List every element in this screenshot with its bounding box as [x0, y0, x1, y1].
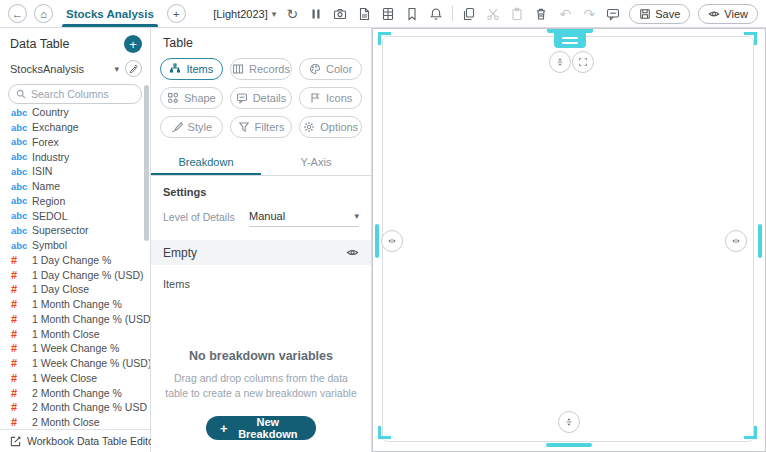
column-list-item[interactable]: abc ISIN — [0, 164, 150, 179]
settings-section-title: Settings — [151, 176, 371, 198]
column-list-item[interactable]: abc Region — [0, 194, 150, 209]
resize-vertical-button-top[interactable] — [549, 51, 571, 73]
pause-button[interactable] — [308, 6, 324, 22]
column-list-item[interactable]: # 1 Day Change % (USD) — [0, 267, 150, 282]
column-list-item[interactable]: abc Forex — [0, 135, 150, 150]
visibility-eye-icon[interactable] — [346, 246, 359, 259]
flag-icon — [309, 92, 321, 104]
breakdown-empty-section[interactable]: Empty — [151, 240, 371, 265]
plus-icon: + — [129, 37, 137, 52]
resize-vertical-button-bottom[interactable] — [558, 411, 580, 433]
column-list-item[interactable]: # 2 Month Change % USD — [0, 400, 150, 415]
selection-corner-bottom-left[interactable] — [378, 426, 391, 439]
add-data-table-button[interactable]: + — [124, 35, 142, 53]
column-type-icon: abc — [11, 210, 32, 221]
column-list-item[interactable]: # 1 Week Close — [0, 371, 150, 386]
column-list-item[interactable]: # 1 Day Close — [0, 282, 150, 297]
add-tab-button[interactable]: + — [167, 4, 186, 23]
funnel-icon — [238, 121, 250, 133]
selection-corner-top-right[interactable] — [744, 32, 757, 45]
trash-icon — [534, 7, 548, 21]
cut-button[interactable] — [485, 6, 501, 22]
level-of-details-select[interactable]: Manual ▾ — [249, 210, 359, 227]
widget-drag-handle[interactable] — [547, 29, 593, 48]
filters-button[interactable]: Filters — [230, 116, 293, 138]
column-list-item[interactable]: # 1 Month Change % — [0, 297, 150, 312]
column-list-item[interactable]: # 1 Day Change % — [0, 253, 150, 268]
save-button[interactable]: Save — [629, 4, 690, 24]
redo-button[interactable]: ↷ — [581, 6, 597, 22]
undo-button[interactable]: ↶ — [557, 6, 573, 22]
theme-selector[interactable]: [Light2023] ▾ — [213, 8, 276, 20]
column-list-item[interactable]: # 1 Month Close — [0, 326, 150, 341]
excel-export-button[interactable] — [380, 6, 396, 22]
clipboard-icon — [510, 7, 524, 21]
data-table-selector[interactable]: StocksAnalysis ▾ — [0, 57, 150, 79]
workbook-data-table-editor-button[interactable]: Workbook Data Table Editor — [0, 429, 150, 452]
filters-button-label: Filters — [255, 121, 285, 133]
column-list-item[interactable]: # 1 Month Change % (USD) — [0, 312, 150, 327]
pdf-export-button[interactable] — [356, 6, 372, 22]
undo-icon: ↶ — [559, 6, 571, 22]
column-label: 2 Month Change % USD — [32, 401, 147, 413]
column-list-item[interactable]: # 2 Month Change % — [0, 385, 150, 400]
snapshot-button[interactable] — [332, 6, 348, 22]
comment-button[interactable] — [605, 6, 621, 22]
bookmark-button[interactable] — [404, 6, 420, 22]
column-list-item[interactable]: abc Supersector — [0, 223, 150, 238]
selection-edge-right[interactable] — [758, 224, 762, 258]
column-label: Country — [32, 106, 69, 118]
edit-data-table-button[interactable] — [125, 60, 142, 77]
notifications-button[interactable] — [428, 6, 444, 22]
maximize-widget-button[interactable] — [572, 51, 594, 73]
color-button[interactable]: Color — [299, 58, 362, 80]
style-button-label: Style — [188, 121, 212, 133]
icons-button[interactable]: Icons — [299, 87, 362, 109]
dashboard-canvas[interactable] — [372, 28, 766, 452]
sidebar-scrollbar[interactable] — [144, 85, 149, 241]
save-icon — [639, 8, 651, 20]
back-button[interactable]: ← — [8, 4, 27, 23]
details-button[interactable]: Details — [230, 87, 293, 109]
search-columns-box[interactable] — [8, 84, 142, 104]
resize-horizontal-button-left[interactable] — [381, 230, 403, 252]
column-list-item[interactable]: # 2 Month Close — [0, 415, 150, 428]
column-list-item[interactable]: abc SEDOL — [0, 208, 150, 223]
column-list-item[interactable]: abc Country — [0, 105, 150, 120]
delete-button[interactable] — [533, 6, 549, 22]
resize-horizontal-button-right[interactable] — [725, 230, 747, 252]
tab-y-axis[interactable]: Y-Axis — [261, 150, 371, 175]
copy-button[interactable] — [461, 6, 477, 22]
data-table-sidebar: Data Table + StocksAnalysis ▾ abc Countr… — [0, 28, 151, 452]
column-type-icon: # — [11, 328, 32, 340]
column-label: Name — [32, 180, 60, 192]
selection-edge-left[interactable] — [375, 224, 379, 258]
column-type-icon: # — [11, 372, 32, 384]
tab-breakdown[interactable]: Breakdown — [151, 150, 261, 175]
table-visual-widget[interactable] — [382, 36, 754, 442]
new-breakdown-button[interactable]: + New Breakdown — [206, 416, 316, 440]
selection-corner-bottom-right[interactable] — [744, 426, 757, 439]
column-list-item[interactable]: abc Industry — [0, 149, 150, 164]
options-button[interactable]: Options — [299, 116, 362, 138]
column-list-item[interactable]: # 1 Week Change % (USD) — [0, 356, 150, 371]
workbook-tab[interactable]: Stocks Analysis — [62, 0, 158, 27]
search-columns-input[interactable] — [31, 88, 134, 100]
paste-button[interactable] — [509, 6, 525, 22]
shape-button[interactable]: Shape — [160, 87, 223, 109]
column-list-item[interactable]: # 1 Week Change % — [0, 341, 150, 356]
column-list-item[interactable]: abc Name — [0, 179, 150, 194]
selection-edge-bottom[interactable] — [546, 443, 592, 447]
search-icon — [16, 89, 26, 99]
column-label: 1 Week Change % — [32, 342, 119, 354]
selection-corner-top-left[interactable] — [378, 32, 391, 45]
home-button[interactable]: ⌂ — [34, 4, 53, 23]
column-list-item[interactable]: abc Symbol — [0, 238, 150, 253]
items-button[interactable]: Items — [160, 58, 223, 80]
view-button[interactable]: View — [698, 4, 758, 24]
refresh-button[interactable]: ↻ — [284, 6, 300, 22]
style-button[interactable]: Style — [160, 116, 223, 138]
shapes-icon — [167, 92, 179, 104]
column-list-item[interactable]: abc Exchange — [0, 120, 150, 135]
records-button[interactable]: Records — [230, 58, 293, 80]
